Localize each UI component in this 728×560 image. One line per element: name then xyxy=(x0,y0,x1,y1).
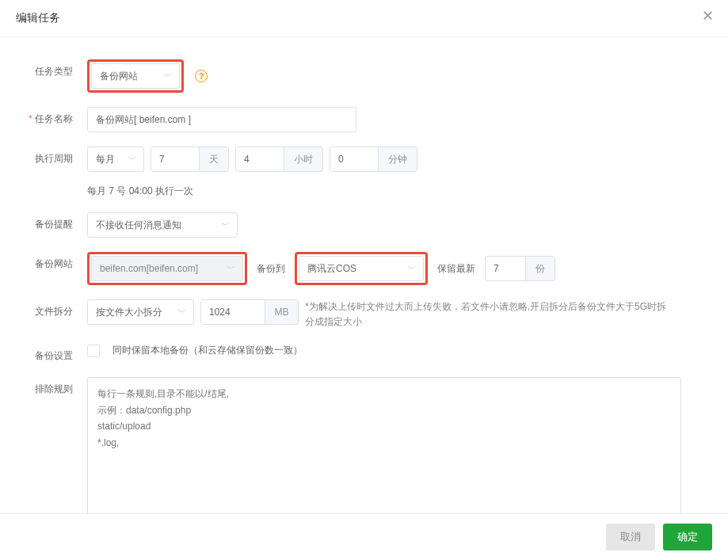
row-exclude: 排除规则 xyxy=(16,377,712,513)
cancel-button[interactable]: 取消 xyxy=(606,524,655,550)
label-site: 备份网站 xyxy=(16,252,87,271)
unit-keep: 份 xyxy=(525,257,555,280)
select-task-type[interactable]: 备份网站 ﹀ xyxy=(91,63,180,89)
input-task-name-wrap xyxy=(87,107,356,132)
select-notify[interactable]: 不接收任何消息通知 ﹀ xyxy=(87,212,238,238)
label-notify: 备份提醒 xyxy=(16,212,87,231)
content-task-type: 备份网站 ﹀ ? xyxy=(87,59,712,93)
chevron-down-icon: ﹀ xyxy=(163,70,173,83)
textarea-exclude[interactable] xyxy=(87,377,681,513)
row-task-type: 任务类型 备份网站 ﹀ ? xyxy=(16,59,712,93)
chevron-down-icon: ﹀ xyxy=(128,153,137,166)
content-task-name xyxy=(87,107,712,132)
row-site: 备份网站 beifen.com[beifen.com] ﹀ 备份到 腾讯云COS… xyxy=(16,252,712,285)
input-day-wrap: 天 xyxy=(151,147,229,172)
highlight-task-type: 备份网站 ﹀ xyxy=(87,59,184,93)
unit-minute: 分钟 xyxy=(378,147,417,171)
highlight-site: beifen.com[beifen.com] ﹀ xyxy=(87,252,247,285)
content-split: 按文件大小拆分 ﹀ MB *为解决上传时文件过大而上传失败，若文件小请忽略,开启… xyxy=(87,299,712,330)
checkbox-keep-local-label: 同时保留本地备份（和云存储保留份数一致） xyxy=(112,344,303,357)
select-cycle-mode[interactable]: 每月 ﹀ xyxy=(87,147,144,172)
content-settings: 同时保留本地备份（和云存储保留份数一致） xyxy=(87,344,712,357)
input-task-name[interactable] xyxy=(96,114,348,125)
label-settings: 备份设置 xyxy=(16,344,87,363)
modal-header: 编辑任务 ✕ xyxy=(0,0,728,37)
chevron-down-icon: ﹀ xyxy=(407,262,417,276)
row-notify: 备份提醒 不接收任何消息通知 ﹀ xyxy=(16,212,712,238)
help-icon[interactable]: ? xyxy=(195,70,208,82)
cycle-inputs: 每月 ﹀ 天 小时 分钟 xyxy=(87,147,417,172)
modal-title: 编辑任务 xyxy=(16,11,60,24)
input-minute-wrap: 分钟 xyxy=(330,147,417,172)
unit-split: MB xyxy=(265,300,298,324)
select-cycle-mode-value: 每月 xyxy=(96,153,115,166)
content-site: beifen.com[beifen.com] ﹀ 备份到 腾讯云COS ﹀ 保留… xyxy=(87,252,712,285)
close-icon[interactable]: ✕ xyxy=(698,6,717,25)
label-backup-to: 备份到 xyxy=(253,262,288,276)
row-task-name: 任务名称 xyxy=(16,107,712,132)
edit-task-modal: 编辑任务 ✕ 任务类型 备份网站 ﹀ ? 任务名称 xyxy=(0,0,728,560)
select-notify-value: 不接收任何消息通知 xyxy=(96,219,181,232)
select-site[interactable]: beifen.com[beifen.com] ﹀ xyxy=(91,256,243,281)
input-split-size[interactable] xyxy=(201,300,265,324)
cycle-hint: 每月 7 号 04:00 执行一次 xyxy=(87,185,193,198)
checkbox-keep-local[interactable] xyxy=(87,345,100,357)
input-minute[interactable] xyxy=(330,147,378,171)
label-split: 文件拆分 xyxy=(16,299,87,318)
select-backup-to[interactable]: 腾讯云COS ﹀ xyxy=(299,256,424,281)
split-note: *为解决上传时文件过大而上传失败，若文件小请忽略,开启拆分后备份文件大于5G时拆… xyxy=(305,299,669,330)
unit-hour: 小时 xyxy=(284,147,322,171)
content-cycle: 每月 ﹀ 天 小时 分钟 每月 7 号 xyxy=(87,147,712,198)
input-hour-wrap: 小时 xyxy=(235,147,323,172)
content-notify: 不接收任何消息通知 ﹀ xyxy=(87,212,712,238)
label-cycle: 执行周期 xyxy=(16,147,87,166)
input-hour[interactable] xyxy=(236,147,284,171)
label-exclude: 排除规则 xyxy=(16,377,87,396)
input-keep[interactable] xyxy=(486,257,525,280)
select-split-mode[interactable]: 按文件大小拆分 ﹀ xyxy=(87,299,194,325)
input-keep-wrap: 份 xyxy=(485,256,555,281)
chevron-down-icon: ﹀ xyxy=(227,262,236,276)
label-task-type: 任务类型 xyxy=(16,59,87,78)
content-exclude xyxy=(87,377,712,513)
select-split-mode-value: 按文件大小拆分 xyxy=(96,306,162,319)
label-keep: 保留最新 xyxy=(434,262,478,276)
row-split: 文件拆分 按文件大小拆分 ﹀ MB *为解决上传时文件过大而上传失败，若文件小请… xyxy=(16,299,712,330)
modal-footer: 取消 确定 xyxy=(0,513,728,560)
row-settings: 备份设置 同时保留本地备份（和云存储保留份数一致） xyxy=(16,344,712,363)
chevron-down-icon: ﹀ xyxy=(221,219,231,232)
select-task-type-value: 备份网站 xyxy=(100,70,138,83)
input-day[interactable] xyxy=(151,147,199,171)
row-cycle: 执行周期 每月 ﹀ 天 小时 xyxy=(16,147,712,198)
input-split-size-wrap: MB xyxy=(200,299,299,325)
chevron-down-icon: ﹀ xyxy=(177,306,187,319)
label-task-name: 任务名称 xyxy=(16,107,87,126)
confirm-button[interactable]: 确定 xyxy=(663,524,712,550)
modal-body: 任务类型 备份网站 ﹀ ? 任务名称 执行周期 xyxy=(0,37,728,513)
unit-day: 天 xyxy=(199,147,228,171)
highlight-backup-to: 腾讯云COS ﹀ xyxy=(295,252,428,285)
select-site-value: beifen.com[beifen.com] xyxy=(100,263,198,274)
select-backup-to-value: 腾讯云COS xyxy=(307,262,356,276)
